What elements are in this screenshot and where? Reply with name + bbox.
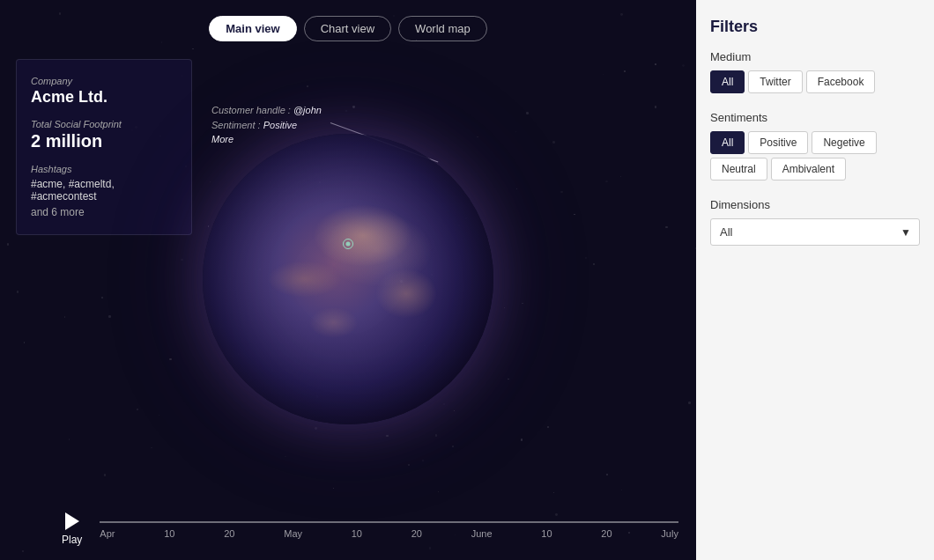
sentiments-label: Sentiments — [710, 111, 920, 124]
sentiment-ambivalent-btn[interactable]: Ambivalent — [771, 158, 846, 181]
timeline-labels: Apr 10 20 May 10 20 June 10 20 July — [100, 528, 678, 539]
tab-world-map[interactable]: World map — [398, 16, 487, 41]
tooltip-handle-value: @john — [293, 105, 322, 115]
company-name: Acme Ltd. — [31, 88, 177, 107]
timeline-label-20c: 20 — [601, 528, 612, 539]
timeline-label-10b: 10 — [352, 528, 362, 539]
info-card: Company Acme Ltd. Total Social Footprint… — [16, 59, 192, 235]
and-more: and 6 more — [31, 206, 177, 218]
sentiment-positive-btn[interactable]: Positive — [748, 131, 808, 154]
tooltip-handle-label: Customer handle : — [211, 105, 291, 115]
globe — [203, 134, 493, 424]
globe-container: Company Acme Ltd. Total Social Footprint… — [0, 50, 696, 507]
timeline-label-20a: 20 — [224, 528, 234, 539]
sentiment-negetive-btn[interactable]: Negetive — [812, 131, 876, 154]
company-label: Company — [31, 76, 177, 86]
tab-chart-view[interactable]: Chart view — [304, 16, 391, 41]
filters-title: Filters — [710, 18, 920, 36]
medium-filter-section: Medium All Twitter Facebook — [710, 50, 920, 93]
timeline-bar: Play Apr 10 20 May 10 20 June 10 20 July — [44, 507, 696, 560]
tab-main-view[interactable]: Main view — [209, 16, 296, 41]
timeline-label-may: May — [284, 528, 302, 539]
globe-hotspot — [343, 239, 353, 249]
medium-facebook-btn[interactable]: Facebook — [806, 70, 876, 93]
globe-texture — [203, 134, 493, 424]
sentiment-neutral-btn[interactable]: Neutral — [710, 158, 767, 181]
hashtags-value: #acme, #acmeltd, #acmecontest — [31, 178, 177, 203]
timeline-label-10a: 10 — [164, 528, 174, 539]
medium-label: Medium — [710, 50, 920, 63]
sentiments-buttons: All Positive Negetive Neutral Ambivalent — [710, 131, 920, 181]
main-area: Main view Chart view World map Company A… — [0, 0, 696, 560]
sidebar: Filters Medium All Twitter Facebook Sent… — [696, 0, 934, 560]
timeline-label-july: July — [661, 528, 678, 539]
dimensions-select-wrapper: All ▼ — [710, 218, 920, 246]
tooltip-sentiment: Sentiment : Positive — [211, 118, 322, 133]
timeline-label-20b: 20 — [411, 528, 422, 539]
tooltip-sentiment-label: Sentiment : — [211, 120, 261, 130]
tab-bar: Main view Chart view World map — [0, 0, 696, 50]
play-button[interactable]: Play — [62, 512, 82, 546]
hashtags-label: Hashtags — [31, 164, 177, 174]
timeline-track[interactable]: Apr 10 20 May 10 20 June 10 20 July — [100, 521, 678, 523]
dimensions-label: Dimensions — [710, 198, 920, 211]
sentiments-filter-section: Sentiments All Positive Negetive Neutral… — [710, 111, 920, 181]
footprint-label: Total Social Footprint — [31, 119, 177, 129]
tooltip-handle: Customer handle : @john — [211, 103, 322, 118]
medium-twitter-btn[interactable]: Twitter — [748, 70, 802, 93]
timeline-label-june: June — [471, 528, 493, 539]
play-icon — [65, 512, 79, 530]
footprint-value: 2 million — [31, 131, 177, 151]
medium-buttons: All Twitter Facebook — [710, 70, 920, 93]
timeline-label-apr: Apr — [100, 528, 115, 539]
sentiment-all-btn[interactable]: All — [710, 131, 745, 154]
dimensions-filter-section: Dimensions All ▼ — [710, 198, 920, 246]
medium-all-btn[interactable]: All — [710, 70, 745, 93]
timeline-wrapper: Apr 10 20 May 10 20 June 10 20 July — [100, 521, 678, 537]
play-label: Play — [62, 534, 82, 546]
timeline-label-10c: 10 — [541, 528, 552, 539]
tooltip-sentiment-value: Positive — [263, 120, 298, 130]
dimensions-select[interactable]: All — [710, 218, 920, 246]
